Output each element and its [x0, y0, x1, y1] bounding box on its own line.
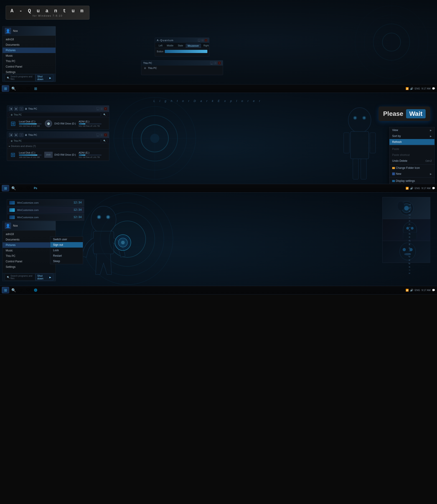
- context-menu-refresh[interactable]: Refresh: [389, 139, 435, 145]
- drive-item-e[interactable]: ADNI (E:) 531 GB free of 1.81 TB: [79, 120, 106, 127]
- search-taskbar-icon-3[interactable]: 🔍: [10, 287, 17, 293]
- tab-left[interactable]: Left: [157, 44, 164, 48]
- drive-item-c-bottom[interactable]: ⊞ Local Disk (C:) 188 GB free of 232 GB: [9, 151, 42, 159]
- aq-minimize-button[interactable]: _: [198, 39, 200, 42]
- drive-item-d-bottom[interactable]: DVD DVD RW Drive (D:): [44, 151, 76, 159]
- drive-e-bottom-space: 531 GB free of 1.81 TB: [79, 156, 101, 158]
- shutdown-button[interactable]: Shut down ▶: [35, 74, 53, 81]
- notification-icon-3[interactable]: 💬: [432, 289, 435, 292]
- win-maximize-button[interactable]: □: [214, 61, 217, 65]
- tab-state[interactable]: State: [176, 44, 185, 48]
- start-menu-item-this-pc[interactable]: This PC: [2, 59, 56, 64]
- windows-store-icon[interactable]: ⊞: [32, 85, 39, 92]
- explorer-forward-button[interactable]: ▶: [14, 107, 18, 111]
- explorer-bottom-up[interactable]: ↑: [19, 133, 23, 137]
- aq-maximize-button[interactable]: □: [201, 39, 204, 42]
- start-menu-item-music-3[interactable]: Music: [2, 248, 56, 253]
- notification-icon[interactable]: 💬: [432, 87, 435, 90]
- notification-icon-2[interactable]: 💬: [432, 187, 435, 190]
- context-menu-paste[interactable]: Paste: [389, 146, 435, 152]
- search-taskbar-icon[interactable]: 🔍: [10, 85, 17, 92]
- start-button-1[interactable]: ⊞: [2, 85, 9, 92]
- explorer-bottom-pc-icon: 🖥: [25, 134, 27, 136]
- start-menu-item-control-panel[interactable]: Control Panel: [2, 64, 56, 69]
- tab-middle[interactable]: Middle: [165, 44, 175, 48]
- aq-color-bar[interactable]: [165, 50, 207, 53]
- explorer-up-button[interactable]: ↑: [19, 107, 23, 111]
- start-menu-item-documents[interactable]: Documents: [2, 42, 56, 48]
- wallpaper-panel: [382, 197, 430, 263]
- start-menu-item-adni18[interactable]: adni18: [2, 37, 56, 42]
- explorer-bottom-forward[interactable]: ▶: [14, 133, 18, 137]
- context-menu-change-folder-icon[interactable]: Change Folder Icon: [389, 165, 435, 171]
- aq-close-button[interactable]: ×: [205, 39, 207, 42]
- shield-icon-2[interactable]: 🛡: [25, 185, 31, 191]
- tab-right[interactable]: Right: [202, 44, 210, 48]
- drive-item-d[interactable]: 💿 DVD RW Drive (D:): [44, 119, 76, 128]
- wallpaper-preview-1[interactable]: [383, 197, 430, 219]
- browser-icon[interactable]: 🌐: [32, 287, 39, 293]
- start-button-3[interactable]: ⊞: [2, 287, 9, 293]
- sys-tray-2: 📶 🔊 ENG 9:17 AM 💬: [406, 187, 435, 190]
- start-menu-item-control-panel-3[interactable]: Control Panel: [2, 259, 56, 264]
- svg-rect-17: [353, 159, 358, 179]
- this-pc-icon: 🖥: [144, 67, 146, 69]
- explorer-bottom-back[interactable]: ◀: [9, 133, 13, 137]
- network-icon-2: 📶: [406, 187, 409, 190]
- explorer-search-btn[interactable]: 🔍: [102, 113, 107, 117]
- explorer-bottom-close[interactable]: ×: [104, 133, 107, 137]
- explorer-top-path[interactable]: 🖥 This PC: [9, 113, 101, 117]
- win-close-button[interactable]: ×: [218, 61, 221, 65]
- search-bar-3[interactable]: 🔍 Search programs and files: [5, 274, 35, 281]
- wallpaper-preview-2[interactable]: [383, 219, 430, 241]
- start-menu-item-this-pc-3[interactable]: This PC: [2, 253, 56, 259]
- context-menu-new[interactable]: New ▶: [389, 171, 435, 177]
- explorer-window-bottom: ◀ ▶ ↑ 🖥 This PC _ □ × 🖥 This PC 🔍 ▸ Devi…: [7, 131, 109, 161]
- shield-icon[interactable]: 🛡: [25, 85, 31, 92]
- wait-text: Wait: [406, 109, 426, 118]
- explorer-bottom-maximize[interactable]: □: [100, 133, 103, 137]
- power-item-sleep[interactable]: Sleep: [50, 258, 83, 264]
- search-bar[interactable]: 🔍 Search programs and files: [5, 74, 35, 81]
- start-menu-item-pictures-3[interactable]: Pictures: [2, 242, 56, 248]
- power-item-lock[interactable]: Lock: [50, 247, 83, 253]
- aq-content: Button: [155, 48, 209, 56]
- photoshop-icon[interactable]: Ps: [32, 185, 39, 191]
- explorer-bottom-path[interactable]: 🖥 This PC: [9, 139, 101, 143]
- shield-icon-3[interactable]: 🛡: [25, 287, 31, 293]
- shutdown-button-3[interactable]: Shut down ▶: [35, 274, 53, 281]
- explorer-bottom-section-header: ▸ Devices and drives (7): [7, 144, 109, 149]
- context-menu-sort-by[interactable]: Sort by ▶: [389, 133, 435, 139]
- undo-delete-label: Undo Delete: [392, 159, 407, 162]
- start-menu-item-documents-3[interactable]: Documents: [2, 237, 56, 242]
- context-menu-display-settings[interactable]: Display settings: [389, 178, 435, 184]
- explorer-top-close[interactable]: ×: [104, 107, 107, 110]
- explorer-top-minimize[interactable]: _: [96, 107, 99, 110]
- explorer-path-icon: 🖥: [10, 114, 13, 116]
- power-item-sign-out[interactable]: Sign out: [50, 242, 83, 247]
- start-button-2[interactable]: ⊞: [2, 185, 9, 191]
- context-menu-undo-delete[interactable]: Undo Delete Ctrl+Z: [389, 158, 435, 164]
- task-view-icon-2[interactable]: □: [18, 185, 24, 191]
- tab-mouseover[interactable]: Mouseover: [186, 44, 201, 48]
- start-menu-item-settings-3[interactable]: Settings: [2, 264, 56, 270]
- search-taskbar-icon-2[interactable]: 🔍: [10, 185, 17, 191]
- start-menu-item-adni18-3[interactable]: adni18: [2, 231, 56, 237]
- explorer-bottom-minimize[interactable]: _: [96, 133, 99, 137]
- explorer-back-button[interactable]: ◀: [9, 107, 13, 111]
- task-view-icon[interactable]: □: [18, 85, 24, 92]
- explorer-top-maximize[interactable]: □: [100, 107, 103, 110]
- explorer-bottom-search-btn[interactable]: 🔍: [102, 139, 107, 143]
- drive-item-c[interactable]: ⊞ Local Disk (C:) 181 GB free of 232 GB: [9, 119, 42, 128]
- power-item-switch-user[interactable]: Switch user: [50, 237, 83, 242]
- aq-tabs: Left Middle State Mouseover Right: [155, 43, 209, 48]
- wallpaper-preview-3[interactable]: [383, 241, 430, 263]
- context-menu-view[interactable]: View ▶: [389, 127, 435, 133]
- task-view-icon-3[interactable]: □: [18, 287, 24, 293]
- start-menu-item-pictures[interactable]: Pictures: [2, 48, 56, 53]
- drive-item-e-bottom[interactable]: ADNI (E:) 531 GB free of 1.81 TB: [79, 151, 106, 158]
- power-item-restart[interactable]: Restart: [50, 253, 83, 258]
- context-menu-paste-shortcut[interactable]: Paste shortcut: [389, 152, 435, 158]
- win-minimize-button[interactable]: _: [210, 61, 213, 65]
- start-menu-item-music[interactable]: Music: [2, 53, 56, 59]
